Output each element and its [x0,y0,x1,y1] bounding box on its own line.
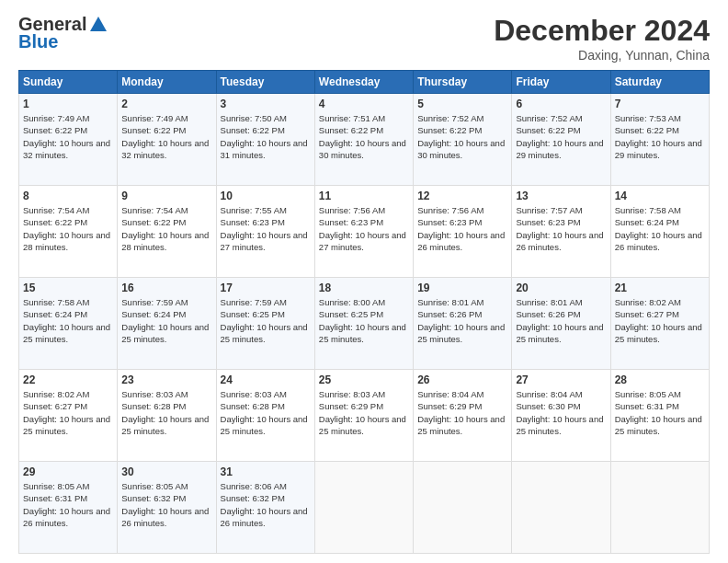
day-info: Sunrise: 7:49 AMSunset: 6:22 PMDaylight:… [23,112,113,161]
day-number: 19 [417,282,507,294]
day-info: Sunrise: 7:57 AMSunset: 6:23 PMDaylight:… [516,204,606,253]
day-12: 12Sunrise: 7:56 AMSunset: 6:23 PMDayligh… [414,186,512,278]
month-title: December 2024 [494,14,710,48]
day-9: 9Sunrise: 7:54 AMSunset: 6:22 PMDaylight… [118,186,216,278]
day-31: 31Sunrise: 8:06 AMSunset: 6:32 PMDayligh… [216,462,314,554]
week-row-5: 29Sunrise: 8:05 AMSunset: 6:31 PMDayligh… [19,462,710,554]
day-26: 26Sunrise: 8:04 AMSunset: 6:29 PMDayligh… [414,370,512,462]
day-number: 23 [121,373,211,386]
day-number: 12 [417,190,507,202]
day-info: Sunrise: 7:55 AMSunset: 6:23 PMDaylight:… [221,204,311,253]
empty-cell [512,462,610,554]
week-row-3: 15Sunrise: 7:58 AMSunset: 6:24 PMDayligh… [19,278,710,370]
title-block: December 2024 Daxing, Yunnan, China [494,14,710,63]
day-15: 15Sunrise: 7:58 AMSunset: 6:24 PMDayligh… [19,278,118,370]
day-number: 13 [516,190,606,202]
day-14: 14Sunrise: 7:58 AMSunset: 6:24 PMDayligh… [610,186,709,278]
day-info: Sunrise: 8:02 AMSunset: 6:27 PMDaylight:… [23,388,113,437]
day-info: Sunrise: 8:06 AMSunset: 6:32 PMDaylight:… [221,480,311,529]
weekday-header-row: SundayMondayTuesdayWednesdayThursdayFrid… [19,71,710,94]
day-info: Sunrise: 8:04 AMSunset: 6:29 PMDaylight:… [417,388,507,437]
day-number: 30 [121,465,211,478]
empty-cell [610,462,709,554]
day-number: 11 [319,190,409,202]
day-28: 28Sunrise: 8:05 AMSunset: 6:31 PMDayligh… [610,370,709,462]
weekday-header-thursday: Thursday [414,71,512,94]
day-number: 7 [615,98,705,110]
week-row-4: 22Sunrise: 8:02 AMSunset: 6:27 PMDayligh… [19,370,710,462]
day-number: 20 [516,282,606,294]
day-6: 6Sunrise: 7:52 AMSunset: 6:22 PMDaylight… [512,94,610,186]
day-info: Sunrise: 8:05 AMSunset: 6:31 PMDaylight:… [23,480,113,529]
day-info: Sunrise: 8:01 AMSunset: 6:26 PMDaylight:… [516,296,606,345]
day-info: Sunrise: 7:52 AMSunset: 6:22 PMDaylight:… [417,112,507,161]
day-23: 23Sunrise: 8:03 AMSunset: 6:28 PMDayligh… [118,370,216,462]
week-row-1: 1Sunrise: 7:49 AMSunset: 6:22 PMDaylight… [19,94,710,186]
day-info: Sunrise: 7:51 AMSunset: 6:22 PMDaylight:… [319,112,409,161]
day-16: 16Sunrise: 7:59 AMSunset: 6:24 PMDayligh… [118,278,216,370]
day-10: 10Sunrise: 7:55 AMSunset: 6:23 PMDayligh… [216,186,314,278]
day-info: Sunrise: 7:59 AMSunset: 6:24 PMDaylight:… [121,296,211,345]
weekday-header-sunday: Sunday [19,71,118,94]
day-13: 13Sunrise: 7:57 AMSunset: 6:23 PMDayligh… [512,186,610,278]
day-number: 16 [121,282,211,294]
logo: General Blue [18,14,108,52]
day-number: 28 [615,373,705,386]
day-info: Sunrise: 8:00 AMSunset: 6:25 PMDaylight:… [319,296,409,345]
day-20: 20Sunrise: 8:01 AMSunset: 6:26 PMDayligh… [512,278,610,370]
day-info: Sunrise: 7:54 AMSunset: 6:22 PMDaylight:… [23,204,113,253]
day-number: 24 [221,373,311,386]
day-info: Sunrise: 8:04 AMSunset: 6:30 PMDaylight:… [516,388,606,437]
day-number: 10 [221,190,311,202]
weekday-header-tuesday: Tuesday [216,71,314,94]
calendar-page: General Blue December 2024 Daxing, Yunna… [0,0,728,563]
day-1: 1Sunrise: 7:49 AMSunset: 6:22 PMDaylight… [19,94,118,186]
day-5: 5Sunrise: 7:52 AMSunset: 6:22 PMDaylight… [414,94,512,186]
day-number: 14 [615,190,705,202]
svg-marker-0 [90,17,107,31]
day-number: 29 [23,465,113,478]
logo-icon [88,15,108,35]
day-19: 19Sunrise: 8:01 AMSunset: 6:26 PMDayligh… [414,278,512,370]
weekday-header-saturday: Saturday [610,71,709,94]
day-18: 18Sunrise: 8:00 AMSunset: 6:25 PMDayligh… [314,278,413,370]
day-27: 27Sunrise: 8:04 AMSunset: 6:30 PMDayligh… [512,370,610,462]
day-number: 8 [23,190,113,202]
day-info: Sunrise: 7:58 AMSunset: 6:24 PMDaylight:… [615,204,705,253]
day-24: 24Sunrise: 8:03 AMSunset: 6:28 PMDayligh… [216,370,314,462]
day-info: Sunrise: 8:02 AMSunset: 6:27 PMDaylight:… [615,296,705,345]
day-info: Sunrise: 7:54 AMSunset: 6:22 PMDaylight:… [121,204,211,253]
day-17: 17Sunrise: 7:59 AMSunset: 6:25 PMDayligh… [216,278,314,370]
day-number: 21 [615,282,705,294]
day-number: 9 [121,190,211,202]
day-info: Sunrise: 8:03 AMSunset: 6:28 PMDaylight:… [121,388,211,437]
day-info: Sunrise: 8:05 AMSunset: 6:31 PMDaylight:… [615,388,705,437]
day-number: 18 [319,282,409,294]
day-29: 29Sunrise: 8:05 AMSunset: 6:31 PMDayligh… [19,462,118,554]
day-info: Sunrise: 8:05 AMSunset: 6:32 PMDaylight:… [121,480,211,529]
day-info: Sunrise: 8:03 AMSunset: 6:29 PMDaylight:… [319,388,409,437]
day-7: 7Sunrise: 7:53 AMSunset: 6:22 PMDaylight… [610,94,709,186]
day-info: Sunrise: 7:56 AMSunset: 6:23 PMDaylight:… [417,204,507,253]
location: Daxing, Yunnan, China [494,48,710,63]
day-number: 22 [23,373,113,386]
day-11: 11Sunrise: 7:56 AMSunset: 6:23 PMDayligh… [314,186,413,278]
day-info: Sunrise: 7:53 AMSunset: 6:22 PMDaylight:… [615,112,705,161]
weekday-header-friday: Friday [512,71,610,94]
day-number: 4 [319,98,409,110]
day-number: 15 [23,282,113,294]
day-info: Sunrise: 8:03 AMSunset: 6:28 PMDaylight:… [221,388,311,437]
day-info: Sunrise: 7:52 AMSunset: 6:22 PMDaylight:… [516,112,606,161]
day-21: 21Sunrise: 8:02 AMSunset: 6:27 PMDayligh… [610,278,709,370]
day-number: 17 [221,282,311,294]
day-2: 2Sunrise: 7:49 AMSunset: 6:22 PMDaylight… [118,94,216,186]
day-4: 4Sunrise: 7:51 AMSunset: 6:22 PMDaylight… [314,94,413,186]
day-8: 8Sunrise: 7:54 AMSunset: 6:22 PMDaylight… [19,186,118,278]
day-number: 2 [121,98,211,110]
day-info: Sunrise: 7:59 AMSunset: 6:25 PMDaylight:… [221,296,311,345]
empty-cell [314,462,413,554]
week-row-2: 8Sunrise: 7:54 AMSunset: 6:22 PMDaylight… [19,186,710,278]
weekday-header-monday: Monday [118,71,216,94]
day-22: 22Sunrise: 8:02 AMSunset: 6:27 PMDayligh… [19,370,118,462]
day-number: 6 [516,98,606,110]
